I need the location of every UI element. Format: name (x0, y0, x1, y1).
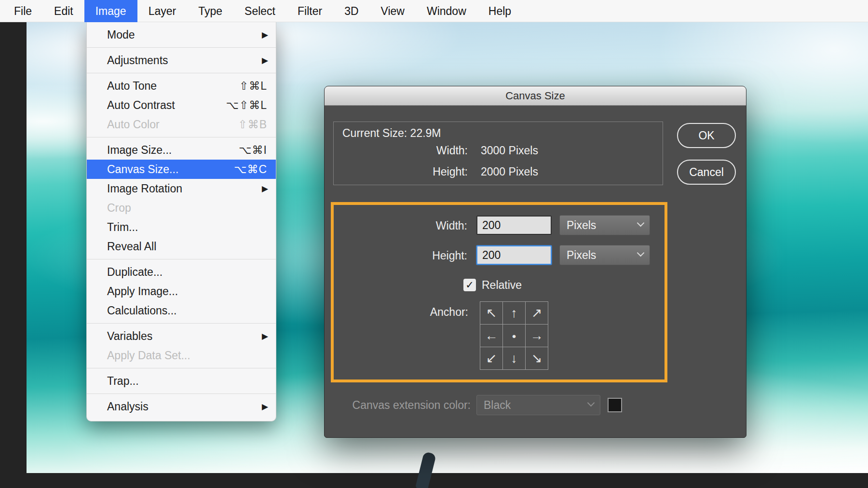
menu-item-shortcut: ⇧⌘B (238, 118, 267, 131)
menu-item-shortcut: ⌥⌘C (234, 163, 267, 176)
extension-color-value: Black (484, 399, 511, 412)
chevron-down-icon (587, 399, 595, 407)
menubar-item-view[interactable]: View (370, 0, 416, 22)
new-height-input[interactable] (476, 245, 552, 265)
menu-item-mode[interactable]: Mode ▶ (87, 25, 276, 44)
menu-item-calculations[interactable]: Calculations... (87, 301, 276, 320)
submenu-arrow-icon: ▶ (262, 402, 268, 412)
dialog-titlebar[interactable]: Canvas Size (325, 86, 746, 106)
menubar-item-label: View (381, 5, 405, 17)
menu-divider (87, 47, 276, 48)
menu-item-image-size[interactable]: Image Size... ⌥⌘I (87, 140, 276, 160)
menubar-item-3d[interactable]: 3D (333, 0, 369, 22)
menu-item-label: Trap... (107, 375, 261, 388)
menu-item-variables[interactable]: Variables ▶ (87, 326, 276, 346)
anchor-cell-bottom-left[interactable]: ↙ (480, 347, 502, 369)
image-menu: Mode ▶ Adjustments ▶ Auto Tone ⇧⌘L Auto … (86, 22, 276, 421)
menu-item-crop: Crop (87, 198, 276, 217)
menu-item-apply-image[interactable]: Apply Image... (87, 282, 276, 301)
submenu-arrow-icon: ▶ (262, 55, 268, 66)
menubar-item-label: Layer (149, 5, 176, 17)
menu-item-image-rotation[interactable]: Image Rotation ▶ (87, 179, 276, 198)
menubar-item-help[interactable]: Help (477, 0, 522, 22)
current-size-panel: Current Size: 22.9M Width: 3000 Pixels H… (333, 122, 663, 185)
anchor-cell-top[interactable]: ↑ (503, 302, 525, 324)
width-unit-select[interactable]: Pixels (559, 215, 650, 235)
menu-divider (87, 393, 276, 394)
relative-checkbox[interactable]: ✓ (463, 279, 476, 291)
menu-item-label: Duplicate... (107, 266, 261, 279)
menubar: FileEditImageLayerTypeSelectFilter3DView… (0, 0, 868, 22)
menu-item-duplicate[interactable]: Duplicate... (87, 262, 276, 282)
extension-color-select: Black (476, 395, 600, 415)
menubar-item-label: Image (95, 5, 126, 17)
menu-item-auto-contrast[interactable]: Auto Contrast ⌥⇧⌘L (87, 95, 276, 115)
menubar-item-image[interactable]: Image (84, 0, 137, 22)
menu-divider (87, 137, 276, 137)
anchor-cell-left[interactable]: ← (480, 325, 502, 347)
menu-item-trap[interactable]: Trap... (87, 371, 276, 391)
anchor-label: Anchor: (368, 306, 468, 319)
menubar-item-window[interactable]: Window (416, 0, 477, 22)
height-unit-select[interactable]: Pixels (559, 245, 650, 265)
checkmark-icon: ✓ (465, 279, 474, 291)
submenu-arrow-icon: ▶ (262, 30, 268, 40)
anchor-cell-center[interactable]: ● (503, 325, 525, 347)
menu-item-analysis[interactable]: Analysis ▶ (87, 397, 276, 416)
menu-item-label: Reveal All (107, 240, 261, 253)
new-width-label: Width: (368, 219, 467, 232)
menu-divider (87, 323, 276, 324)
menu-divider (87, 368, 276, 368)
menubar-item-label: Window (427, 5, 466, 17)
chevron-down-icon (637, 219, 645, 227)
menu-item-label: Variables (107, 330, 261, 343)
menu-divider (87, 259, 276, 259)
menu-item-reveal-all[interactable]: Reveal All (87, 237, 276, 256)
relative-label: Relative (482, 279, 522, 292)
menubar-item-label: Select (244, 5, 275, 17)
menu-item-label: Auto Color (107, 118, 232, 131)
menubar-item-file[interactable]: File (3, 0, 43, 22)
anchor-cell-right[interactable]: → (526, 325, 548, 347)
new-height-label: Height: (368, 249, 467, 262)
current-width-value: 3000 Pixels (481, 144, 538, 157)
current-height-label: Height: (395, 165, 468, 178)
new-width-input[interactable] (476, 216, 552, 235)
menubar-item-label: 3D (344, 5, 358, 17)
submenu-arrow-icon: ▶ (262, 184, 268, 194)
menu-item-adjustments[interactable]: Adjustments ▶ (87, 51, 276, 70)
menu-item-label: Auto Contrast (107, 99, 220, 112)
dialog-title: Canvas Size (505, 90, 565, 102)
anchor-grid: ↖↑↗←●→↙↓↘ (480, 301, 548, 370)
anchor-cell-bottom-right[interactable]: ↘ (526, 347, 548, 369)
anchor-cell-top-right[interactable]: ↗ (526, 302, 548, 324)
submenu-arrow-icon: ▶ (262, 331, 268, 341)
menu-item-label: Apply Image... (107, 285, 261, 298)
menu-item-label: Mode (107, 28, 261, 41)
menu-item-label: Trim... (107, 221, 261, 234)
menubar-item-label: Filter (298, 5, 322, 17)
ok-button[interactable]: OK (677, 123, 736, 148)
menu-item-trim[interactable]: Trim... (87, 217, 276, 237)
extension-color-swatch (608, 398, 622, 412)
cancel-button[interactable]: Cancel (677, 160, 736, 185)
canvas-size-dialog: Canvas Size Current Size: 22.9M Width: 3… (324, 86, 746, 438)
menubar-item-label: Help (488, 5, 511, 17)
menubar-item-label: File (14, 5, 32, 17)
menu-item-label: Adjustments (107, 54, 261, 67)
menu-item-shortcut: ⇧⌘L (239, 80, 267, 93)
menubar-item-filter[interactable]: Filter (286, 0, 333, 22)
menu-item-label: Auto Tone (107, 80, 233, 93)
menubar-item-type[interactable]: Type (187, 0, 233, 22)
anchor-cell-bottom[interactable]: ↓ (503, 347, 525, 369)
menu-divider (87, 73, 276, 73)
menubar-item-select[interactable]: Select (233, 0, 286, 22)
surfer-silhouette (415, 451, 436, 488)
menu-item-auto-tone[interactable]: Auto Tone ⇧⌘L (87, 76, 276, 95)
chevron-down-icon (637, 249, 645, 257)
menu-item-auto-color: Auto Color ⇧⌘B (87, 115, 276, 134)
menubar-item-edit[interactable]: Edit (43, 0, 84, 22)
anchor-cell-top-left[interactable]: ↖ (480, 302, 502, 324)
menubar-item-layer[interactable]: Layer (137, 0, 188, 22)
menu-item-canvas-size[interactable]: Canvas Size... ⌥⌘C (87, 160, 276, 179)
